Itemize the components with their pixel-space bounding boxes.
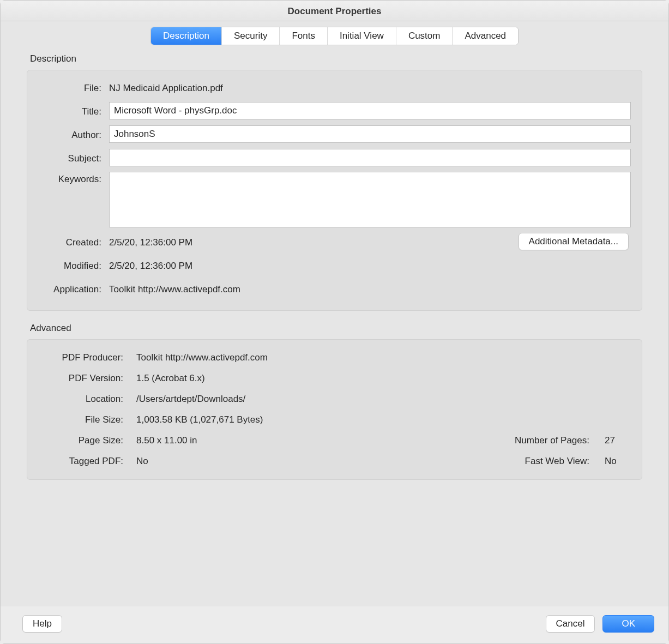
row-location: Location: /Users/artdept/Downloads/ — [38, 389, 631, 410]
label-created: Created: — [38, 235, 109, 248]
tab-custom[interactable]: Custom — [396, 27, 453, 45]
additional-metadata-button[interactable]: Additional Metadata... — [519, 233, 629, 250]
row-created: Created: 2/5/20, 12:36:00 PM Additional … — [38, 232, 631, 251]
label-location: Location: — [38, 394, 136, 405]
author-input[interactable] — [109, 125, 631, 143]
row-pdf-producer: PDF Producer: Toolkit http://www.activep… — [38, 347, 631, 368]
value-file-size: 1,003.58 KB (1,027,671 Bytes) — [136, 414, 263, 425]
label-application: Application: — [38, 282, 109, 295]
tabbar: Description Security Fonts Initial View … — [150, 27, 519, 45]
value-pdf-producer: Toolkit http://www.activepdf.com — [136, 352, 268, 363]
value-page-size: 8.50 x 11.00 in — [136, 435, 197, 446]
row-modified: Modified: 2/5/20, 12:36:00 PM — [38, 256, 631, 274]
row-pdf-version: PDF Version: 1.5 (Acrobat 6.x) — [38, 368, 631, 389]
row-keywords: Keywords: — [38, 172, 631, 227]
dialog-content: Description Security Fonts Initial View … — [1, 21, 668, 606]
advanced-group: PDF Producer: Toolkit http://www.activep… — [27, 339, 642, 480]
section-title-advanced: Advanced — [27, 323, 642, 334]
label-keywords: Keywords: — [38, 172, 109, 185]
tab-advanced[interactable]: Advanced — [453, 27, 518, 45]
row-author: Author: — [38, 125, 631, 143]
value-location: /Users/artdept/Downloads/ — [136, 394, 245, 405]
label-tagged-pdf: Tagged PDF: — [38, 456, 136, 467]
tab-fonts[interactable]: Fonts — [280, 27, 328, 45]
keywords-input[interactable] — [109, 172, 631, 227]
row-application: Application: Toolkit http://www.activepd… — [38, 279, 631, 298]
cancel-button[interactable]: Cancel — [546, 615, 595, 633]
label-title: Title: — [38, 104, 109, 117]
dialog-footer: Help Cancel OK — [1, 606, 668, 643]
row-title: Title: — [38, 101, 631, 120]
description-panel: Description File: NJ Medicaid Applicatio… — [16, 36, 653, 579]
label-pdf-producer: PDF Producer: — [38, 352, 136, 363]
value-modified: 2/5/20, 12:36:00 PM — [109, 258, 192, 272]
value-file: NJ Medicaid Application.pdf — [109, 81, 223, 94]
title-input[interactable] — [109, 102, 631, 119]
tab-initial-view[interactable]: Initial View — [328, 27, 396, 45]
value-tagged-pdf: No — [136, 456, 148, 467]
row-subject: Subject: — [38, 148, 631, 167]
label-pdf-version: PDF Version: — [38, 373, 136, 384]
row-file-size: File Size: 1,003.58 KB (1,027,671 Bytes) — [38, 410, 631, 430]
value-fast-web-view: No — [605, 456, 631, 467]
value-pdf-version: 1.5 (Acrobat 6.x) — [136, 373, 205, 384]
ok-button[interactable]: OK — [602, 615, 654, 633]
label-subject: Subject: — [38, 151, 109, 164]
label-author: Author: — [38, 128, 109, 141]
subject-input[interactable] — [109, 149, 631, 166]
label-file-size: File Size: — [38, 414, 136, 425]
tab-security[interactable]: Security — [222, 27, 280, 45]
window-title: Document Properties — [1, 1, 668, 21]
value-number-of-pages: 27 — [605, 435, 631, 446]
description-group: File: NJ Medicaid Application.pdf Title:… — [27, 70, 642, 311]
row-file: File: NJ Medicaid Application.pdf — [38, 78, 631, 97]
label-modified: Modified: — [38, 258, 109, 272]
value-application: Toolkit http://www.activepdf.com — [109, 282, 240, 295]
label-file: File: — [38, 81, 109, 94]
label-number-of-pages: Number of Pages: — [515, 435, 605, 446]
row-page-size: Page Size: 8.50 x 11.00 in Number of Pag… — [38, 430, 631, 451]
tab-description[interactable]: Description — [151, 27, 222, 45]
value-created: 2/5/20, 12:36:00 PM — [109, 235, 192, 248]
label-fast-web-view: Fast Web View: — [525, 456, 605, 467]
help-button[interactable]: Help — [22, 615, 62, 633]
tabs-container: Description Security Fonts Initial View … — [16, 27, 653, 45]
row-tagged-pdf: Tagged PDF: No Fast Web View: No — [38, 451, 631, 472]
document-properties-window: Document Properties Description Security… — [0, 0, 669, 644]
label-page-size: Page Size: — [38, 435, 136, 446]
section-title-description: Description — [27, 53, 642, 64]
